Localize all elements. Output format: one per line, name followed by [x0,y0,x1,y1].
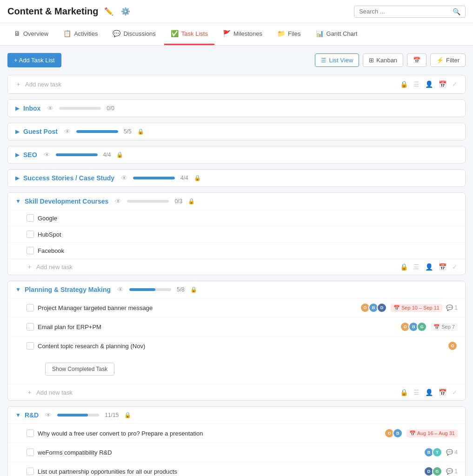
tasklist-rnd-header[interactable]: ▼ R&D 👁 11/15 🔒 [8,407,465,423]
tab-gantt-chart[interactable]: 📊 Gantt Chart [309,23,364,45]
tasklist-seo: ▶ SEO 👁 4/4 🔒 [7,146,466,164]
guest-post-progress-text: 5/5 [124,128,132,135]
tasklist-inbox: ▶ Inbox 👁 0/0 [7,99,466,117]
eye-icon: 👁 [64,128,71,135]
search-input[interactable] [359,8,453,15]
add-task-inner-skill[interactable]: ＋ Add new task 🔒 ☰ 👤 📅 ✓ [8,258,465,275]
task-avatars: O B G [400,322,427,332]
tasklist-guest-post-header[interactable]: ▶ Guest Post 👁 5/5 🔒 [8,123,465,140]
task-checkbox[interactable] [27,468,34,475]
show-completed-button[interactable]: Show Completed Task [45,363,114,376]
edit-project-button[interactable]: ✏️ [102,5,115,18]
settings-button[interactable]: ⚙️ [119,5,132,18]
plus-icon: ＋ [27,388,33,397]
search-box: 🔍 [354,6,466,18]
discussions-icon: 💬 [113,30,120,37]
rnd-progress-fill [57,414,88,416]
task-checkbox[interactable] [27,247,34,254]
chevron-down-icon: ▼ [15,198,21,205]
tab-milestones[interactable]: 🚩 Milestones [216,23,269,45]
avatar: O [447,341,458,351]
task-item: Google [8,210,465,226]
tab-discussions[interactable]: 💬 Discussions [106,23,162,45]
tab-overview[interactable]: 🖥 Overview [7,23,55,45]
files-icon: 📁 [277,30,285,37]
lock-icon: 🔒 [137,128,144,135]
tab-gantt-label: Gantt Chart [326,30,358,37]
lock-icon: 🔒 [400,263,408,271]
tab-files[interactable]: 📁 Files [271,23,307,45]
task-name: List out partnership opportunities for a… [38,468,420,475]
task-name: HubSpot [38,231,458,238]
comment-badge: 💬 4 [446,449,458,456]
tasklist-success-stories-header[interactable]: ▶ Success Stories / Case Study 👁 4/4 🔒 [8,170,465,186]
task-item: HubSpot [8,226,465,242]
top-add-task-row[interactable]: ＋ Add new task 🔒 ☰ 👤 📅 ✓ [8,75,465,93]
user-icon: 👤 [425,80,433,88]
calendar-icon: 📅 [439,80,446,88]
tab-task-lists-label: Task Lists [181,30,208,37]
task-meta: O [447,341,458,351]
kanban-button[interactable]: ⊞ Kanban [363,53,403,67]
eye-icon: 👁 [47,105,53,112]
tasklist-rnd-name: R&D [25,411,39,419]
tasklist-skill-dev-name: Skill Development Courses [25,198,109,205]
task-checkbox[interactable] [27,304,34,311]
tasklist-planning-header[interactable]: ▼ Planning & Strategy Making 👁 5/8 🔒 [8,281,465,298]
tab-task-lists[interactable]: ✅ Task Lists [164,23,214,45]
filter-label: Filter [446,57,460,64]
user-icon: 👤 [425,389,433,396]
list-view-icon: ☰ [321,57,326,64]
tab-milestones-label: Milestones [233,30,262,37]
tasklist-seo-header[interactable]: ▶ SEO 👁 4/4 🔒 [8,146,465,163]
search-icon: 🔍 [453,8,460,15]
lock-icon: 🔒 [188,198,195,205]
task-name: Content topic research & planning (Nov) [38,343,444,350]
task-checkbox[interactable] [27,449,34,456]
top-bar-left: Content & Marketing ✏️ ⚙️ [7,5,132,18]
tab-activities[interactable]: 📋 Activities [57,23,104,45]
lock-icon: 🔒 [194,175,201,181]
tasklist-planning: ▼ Planning & Strategy Making 👁 5/8 🔒 Pro… [7,281,466,401]
task-checkbox[interactable] [27,342,34,350]
seo-progress-text: 4/4 [103,152,111,158]
tasklist-planning-name: Planning & Strategy Making [25,286,111,293]
tasklist-skill-dev: ▼ Skill Development Courses 👁 0/3 🔒 Goog… [7,192,466,275]
filter-button[interactable]: ⚡ Filter [430,53,466,67]
skill-dev-progress-bar [127,200,169,203]
planning-progress-bar [129,288,171,291]
eye-icon: 👁 [117,286,124,293]
task-avatars: O B [384,428,403,438]
task-meta: O B 📅 Aug 16 – Aug 31 [384,428,458,438]
task-item: weForms compatibility R&D B T 💬 4 [8,443,465,462]
task-checkbox[interactable] [27,430,34,437]
task-row-icons: 🔒 ☰ 👤 📅 ✓ [400,80,458,88]
eye-icon: 👁 [45,411,52,419]
task-name: Project Manager targeted banner message [38,304,356,311]
kanban-icon: ⊞ [369,57,374,64]
list-view-button[interactable]: ☰ List View [315,53,359,67]
chevron-right-icon: ▶ [15,128,20,135]
tasklist-skill-dev-header[interactable]: ▼ Skill Development Courses 👁 0/3 🔒 [8,193,465,210]
task-row-icons: 🔒 ☰ 👤 📅 ✓ [400,389,458,396]
task-item: Email plan for ERP+PM O B G 📅 Sep 7 [8,317,465,336]
eye-icon: 👁 [44,151,50,159]
add-task-label: Add new task [36,389,73,396]
task-checkbox[interactable] [27,214,34,222]
tasklist-inbox-header[interactable]: ▶ Inbox 👁 0/0 [8,100,465,117]
add-task-inner-planning[interactable]: ＋ Add new task 🔒 ☰ 👤 📅 ✓ [8,384,465,400]
task-checkbox[interactable] [27,231,34,238]
calendar-button[interactable]: 📅 [407,53,426,67]
eye-icon: 👁 [115,198,121,205]
project-title: Content & Marketing [7,6,99,17]
show-completed-wrapper: Show Completed Task [8,355,465,384]
task-avatars: O [447,341,458,351]
tasklist-guest-post: ▶ Guest Post 👁 5/5 🔒 [7,123,466,140]
task-avatars: B T [424,447,442,457]
rnd-progress-text: 11/15 [105,412,119,418]
task-checkbox[interactable] [27,323,34,331]
task-meta: D G 💬 1 [424,466,458,476]
tasklist-guest-post-name: Guest Post [23,128,58,135]
task-avatars: D G [424,466,442,476]
add-task-list-button[interactable]: + Add Task List [7,53,61,67]
